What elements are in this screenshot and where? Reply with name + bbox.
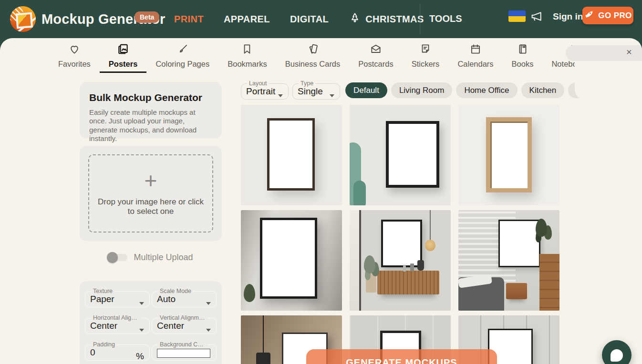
mockup-thumbnail[interactable] — [458, 105, 559, 205]
toggle-knob — [107, 252, 118, 263]
scale-mode-select[interactable]: Scale Mode Auto — [152, 288, 217, 307]
page-description: Easily create multiple mockups at once. … — [89, 108, 212, 143]
mockup-thumbnail[interactable] — [241, 210, 342, 311]
page-body: Favorites Posters Coloring Pages Bookmar… — [0, 38, 642, 364]
chip-default[interactable]: Default — [345, 82, 387, 98]
chip-kitchen[interactable]: Kitchen — [521, 82, 565, 98]
chip-home-office[interactable]: Home Office — [456, 82, 517, 98]
close-icon[interactable]: × — [626, 47, 632, 57]
ukraine-flag[interactable] — [508, 10, 526, 22]
christmas-tree-icon — [349, 11, 361, 27]
tab-postcards[interactable]: Postcards — [349, 38, 402, 72]
nav-divider — [420, 4, 420, 34]
app-logo-icon[interactable] — [10, 6, 36, 32]
mockup-gallery — [241, 105, 559, 364]
chevron-down-icon — [330, 94, 334, 97]
dropzone-label: Drop your image here or click to select … — [96, 197, 206, 216]
tab-bookmarks[interactable]: Bookmarks — [218, 38, 276, 72]
chevron-down-icon — [278, 94, 283, 97]
mockup-thumbnail[interactable] — [350, 210, 451, 311]
background-color-picker[interactable]: Background Color — [152, 341, 217, 361]
chip-living-room[interactable]: Living Room — [391, 82, 453, 98]
mockup-thumbnail[interactable] — [350, 105, 451, 205]
settings-card: Texture Paper Scale Mode Auto Horizontal… — [80, 281, 222, 364]
search-panel: × — [575, 41, 642, 101]
posters-icon — [117, 43, 129, 57]
tab-books[interactable]: Books — [503, 38, 543, 72]
go-pro-button[interactable]: GO PRO — [582, 7, 633, 24]
paint-brush-icon — [176, 43, 189, 57]
cards-icon — [307, 43, 319, 57]
chat-bubble-icon — [611, 349, 623, 362]
multiple-upload-toggle[interactable] — [108, 254, 127, 261]
tab-calendars[interactable]: Calendars — [448, 38, 502, 72]
nav-print[interactable]: PRINT — [174, 14, 204, 25]
tab-coloring-pages[interactable]: Coloring Pages — [146, 38, 218, 72]
book-icon — [517, 43, 529, 57]
bookmark-icon — [241, 43, 253, 57]
chevron-down-icon — [206, 329, 211, 332]
chevron-down-icon — [139, 302, 144, 305]
sign-in-link[interactable]: Sign in — [553, 11, 583, 22]
layout-select[interactable]: Layout Portrait — [241, 80, 289, 100]
type-select[interactable]: Type Single — [292, 80, 340, 100]
envelope-icon — [370, 43, 382, 57]
mockup-thumbnail[interactable] — [241, 105, 342, 205]
generate-mockups-button[interactable]: GENERATE MOCKUPS — [306, 349, 497, 364]
main-nav: PRINT APPAREL DIGITAL CHRISTMAS — [174, 0, 424, 38]
page-title: Bulk Mockup Generator — [89, 92, 212, 103]
texture-select[interactable]: Texture Paper — [85, 288, 150, 307]
mockup-thumbnail[interactable] — [458, 210, 559, 311]
tab-stickers[interactable]: Stickers — [403, 38, 449, 72]
category-tabbar: Favorites Posters Coloring Pages Bookmar… — [49, 38, 638, 72]
plus-icon: + — [145, 171, 157, 191]
tab-favorites[interactable]: Favorites — [49, 38, 100, 72]
nav-christmas[interactable]: CHRISTMAS — [349, 11, 424, 27]
multiple-upload-row: Multiple Upload — [80, 253, 222, 263]
chevron-down-icon — [206, 302, 211, 305]
percent-suffix: % — [136, 351, 144, 362]
beta-badge: Beta — [135, 11, 159, 23]
nav-apparel[interactable]: APPAREL — [224, 14, 270, 25]
nav-tools[interactable]: TOOLS — [429, 13, 462, 24]
tab-business-cards[interactable]: Business Cards — [276, 38, 350, 72]
nav-digital[interactable]: DIGITAL — [290, 14, 329, 25]
chat-widget-button[interactable] — [602, 340, 632, 364]
megaphone-icon[interactable] — [528, 10, 545, 26]
multiple-upload-label: Multiple Upload — [134, 253, 193, 263]
app-header: Mockup Generator Beta PRINT APPAREL DIGI… — [0, 0, 642, 38]
calendar-icon — [469, 43, 482, 57]
horizontal-alignment-select[interactable]: Horizontal Alignment Center — [85, 314, 150, 334]
sticker-icon — [419, 43, 432, 57]
rocket-icon — [584, 9, 594, 22]
vertical-alignment-select[interactable]: Vertical Alignment Center — [152, 314, 217, 334]
upload-dropzone[interactable]: + Drop your image here or click to selec… — [80, 146, 222, 241]
dropzone-border: + Drop your image here or click to selec… — [88, 154, 213, 233]
chevron-down-icon — [139, 329, 144, 332]
tab-posters[interactable]: Posters — [100, 38, 147, 72]
heart-icon — [68, 43, 81, 57]
intro-card: Bulk Mockup Generator Easily create mult… — [80, 82, 222, 139]
color-swatch[interactable] — [157, 349, 210, 358]
padding-input[interactable]: Padding 0 % — [85, 341, 150, 361]
